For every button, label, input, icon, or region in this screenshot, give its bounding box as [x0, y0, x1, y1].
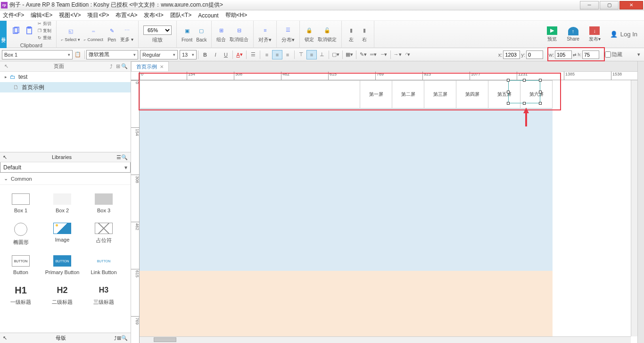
pages-search-icon[interactable]: 🔍	[121, 63, 128, 70]
connect-icon[interactable]: ⎓	[89, 26, 98, 36]
align-right-button[interactable]: ≡	[282, 50, 293, 59]
menu-project[interactable]: 项目<P>	[87, 11, 109, 19]
valign-bot-button[interactable]: ⊥	[317, 50, 327, 59]
copy-label[interactable]: ❐ 复制	[38, 28, 51, 34]
widget-h3[interactable]: H3三级标题	[83, 280, 124, 310]
size-select[interactable]: 13	[180, 50, 197, 59]
widget-placeholder[interactable]: 占位符	[83, 218, 124, 251]
pages-collapse-icon[interactable]: ↖	[3, 63, 9, 70]
bold-button[interactable]: B	[200, 50, 210, 59]
link-wh-icon[interactable]: ⇄ h:	[573, 52, 581, 57]
fill-button[interactable]: ▢▾	[330, 50, 341, 59]
v-scrollbar[interactable]	[631, 80, 637, 336]
unlock-icon[interactable]: 🔓	[322, 25, 332, 35]
menu-file[interactable]: 文件<F>	[3, 11, 24, 19]
minimize-button[interactable]: ─	[580, 1, 599, 9]
h-scroll-thumb[interactable]	[154, 337, 176, 342]
chevron-right-icon[interactable]: ▸	[5, 75, 7, 79]
arrow-button[interactable]: →▾	[392, 50, 403, 59]
share-button[interactable]: ↑Share	[567, 27, 579, 42]
menu-edit[interactable]: 编辑<E>	[31, 11, 52, 19]
tab-home[interactable]: 首页示例✕	[131, 61, 169, 71]
h-input[interactable]	[582, 50, 599, 59]
lib-section-common[interactable]: ⌄Common	[0, 173, 131, 185]
border-button[interactable]: ✎▾	[358, 50, 368, 59]
inspector-strip[interactable]	[637, 61, 644, 343]
lib-collapse-icon[interactable]: ↖	[3, 154, 7, 160]
redo-label[interactable]: ↻ 重做	[38, 35, 51, 41]
nav-cell-2[interactable]: 第二屏	[392, 81, 424, 108]
widget-link-button[interactable]: BUTTONLink Button	[83, 251, 124, 280]
paste-icon[interactable]	[25, 26, 34, 35]
widget-button[interactable]: BUTTONButton	[0, 251, 41, 280]
lock-icon[interactable]: 🔒	[305, 25, 314, 35]
italic-button[interactable]: I	[210, 50, 221, 59]
canvas-viewport[interactable]: 01543084626157699231077123113851538 0154…	[131, 72, 637, 343]
nav-cell-1[interactable]: 第一屏	[360, 81, 392, 108]
menu-arrange[interactable]: 布置<A>	[116, 11, 137, 19]
maximize-button[interactable]: ▢	[600, 1, 619, 9]
menu-team[interactable]: 团队<T>	[170, 11, 191, 19]
close-button[interactable]: ✕	[619, 1, 643, 9]
widget-box1[interactable]: Box 1	[0, 189, 41, 218]
ungroup-icon[interactable]: ⊟	[234, 25, 244, 35]
dash-button[interactable]: ┈▾	[379, 50, 389, 59]
shape-select[interactable]: Box 1	[2, 50, 73, 59]
widget-primary-button[interactable]: BUTTONPrimary Button	[41, 251, 83, 280]
widget-h1[interactable]: H1一级标题	[0, 280, 41, 310]
login-button[interactable]: 👤Log In	[610, 31, 637, 38]
font-select[interactable]: 微软雅黑	[86, 50, 138, 59]
library-select[interactable]: Default	[0, 162, 131, 173]
widget-h2[interactable]: H2二级标题	[41, 280, 83, 310]
tree-page-home[interactable]: 🗋 首页示例	[0, 82, 131, 92]
menu-account[interactable]: Account	[198, 12, 218, 19]
tab-close-icon[interactable]: ✕	[160, 64, 164, 69]
fontcolor-button[interactable]: A▾	[234, 50, 245, 59]
right-icon[interactable]: ▮	[360, 25, 369, 35]
preview-button[interactable]: ▶预览	[547, 26, 557, 42]
front-icon[interactable]: ▣	[182, 26, 192, 36]
pen-icon[interactable]: ✎	[107, 26, 116, 36]
zoom-select[interactable]: 65%	[143, 25, 172, 35]
hidden-checkbox[interactable]	[605, 51, 611, 58]
master-addfolder-icon[interactable]: ⊞	[117, 335, 121, 341]
distribute-icon[interactable]: ☰	[283, 25, 293, 35]
align-left-button[interactable]: ≡	[262, 50, 272, 59]
corner-button[interactable]: ◜▾	[403, 50, 413, 59]
widget-ellipse[interactable]: 椭圆形	[0, 218, 41, 251]
widget-image[interactable]: Image	[41, 218, 83, 251]
back-icon[interactable]: ▢	[197, 26, 206, 36]
pages-add-icon[interactable]: ⤴	[108, 63, 115, 70]
underline-button[interactable]: U	[221, 50, 231, 59]
w-input[interactable]	[555, 50, 572, 59]
nav-widget[interactable]: 第一屏 第二屏 第三屏 第四屏 第五屏 第六屏	[140, 80, 553, 109]
widget-box2[interactable]: Box 2	[41, 189, 83, 218]
x-input[interactable]	[503, 50, 520, 59]
menu-help[interactable]: 帮助<H>	[225, 11, 248, 19]
menu-view[interactable]: 视图<V>	[59, 11, 81, 19]
lib-search-icon[interactable]: 🔍	[121, 154, 128, 160]
cut-label[interactable]: ✂ 剪切	[38, 21, 51, 27]
more-style-icon[interactable]: ▾	[634, 50, 644, 59]
widget-box3[interactable]: Box 3	[83, 189, 124, 218]
nav-cell-3[interactable]: 第三屏	[424, 81, 456, 108]
more-icon[interactable]: ⋯	[122, 25, 132, 35]
valign-mid-button[interactable]: ≡	[306, 50, 317, 59]
master-collapse-icon[interactable]: ↖	[3, 335, 7, 341]
menu-publish[interactable]: 发布<I>	[144, 11, 163, 19]
file-sidebutton[interactable]: 口文件	[0, 21, 7, 48]
shape-paste-icon[interactable]: 📋	[73, 50, 83, 59]
bg-button[interactable]: ▦▾	[344, 50, 355, 59]
group-icon[interactable]: ⊞	[216, 25, 226, 35]
copy-icon[interactable]	[11, 26, 21, 35]
left-icon[interactable]: ▮	[347, 25, 356, 35]
y-input[interactable]	[526, 50, 543, 59]
nav-cell-4[interactable]: 第四屏	[456, 81, 488, 108]
pages-addfolder-icon[interactable]: ⊞	[115, 63, 121, 70]
lib-menu-icon[interactable]: ☰	[116, 154, 121, 160]
select-icon[interactable]: ◱	[66, 26, 75, 36]
align-center-button[interactable]: ≡	[272, 50, 282, 59]
h-scrollbar[interactable]	[140, 336, 631, 343]
bullets-button[interactable]: ☰	[248, 50, 258, 59]
publish-button[interactable]: ↓发布▾	[589, 26, 601, 42]
